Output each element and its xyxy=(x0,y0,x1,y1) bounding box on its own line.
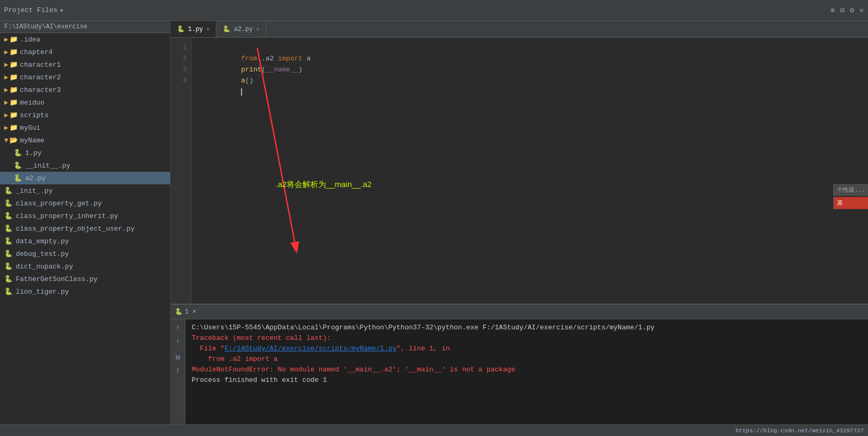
terminal-tab-bar: 🐍 1 × xyxy=(171,305,868,319)
tree-label-1py: 1.py xyxy=(25,149,41,157)
tree-icon-debug_test: 🐍 xyxy=(4,250,14,258)
tree-label-initpy: __init__.py xyxy=(25,162,70,170)
tab-1py-label: 1.py xyxy=(188,26,203,33)
tree-item-dict_nupack[interactable]: 🐍dict_nupack.py xyxy=(0,260,170,273)
tree-item-class_prop_get[interactable]: 🐍class_property_get.py xyxy=(0,197,170,210)
tree-item-character1[interactable]: ▶📁character1 xyxy=(0,58,170,71)
tab-a2py-label: a2.py xyxy=(234,26,253,33)
tab-bar: 🐍 1.py ✕ 🐍 a2.py ✕ xyxy=(171,21,868,38)
close-icon[interactable]: ✕ xyxy=(860,6,864,15)
locate-icon[interactable]: ⊕ xyxy=(830,6,834,15)
terminal-clear-icon[interactable]: ⊟ xyxy=(175,353,180,362)
tree-icon-class_prop_obj: 🐍 xyxy=(4,224,14,233)
tree-icon-1py: 🐍 xyxy=(14,149,23,157)
tree-label-FatherGetSon: FatherGetSonClass.py xyxy=(16,275,98,283)
side-float: 个性设... 英 xyxy=(833,184,868,209)
terminal-line-1: Traceback (most recent call last): xyxy=(192,333,862,344)
tree-item-debug_test[interactable]: 🐍debug_test.py xyxy=(0,247,170,260)
code-line-1: from .a2 import a xyxy=(200,42,868,53)
tree-item-idea[interactable]: ▶📁.idea xyxy=(0,33,170,46)
tree-item-myName[interactable]: ▼📂myName xyxy=(0,134,170,147)
tree-icon-character1: ▶📁 xyxy=(4,60,18,69)
top-bar: Project Files ▾ ⊕ ⊟ ⚙ ✕ xyxy=(0,0,868,21)
sidebar: F:\1AStudy\AI\exercise ▶📁.idea▶📁chapter4… xyxy=(0,21,171,424)
tree-icon-scripts: ▶📁 xyxy=(4,111,18,119)
status-url: https://blog.csdn.net/weixin_43297727 xyxy=(736,428,864,434)
tree-item-class_prop_obj[interactable]: 🐍class_property_object_user.py xyxy=(0,222,170,235)
tree-icon-character3: ▶📁 xyxy=(4,86,18,94)
tree-item-FatherGetSon[interactable]: 🐍FatherGetSonClass.py xyxy=(0,273,170,285)
tab-a2py[interactable]: 🐍 a2.py ✕ xyxy=(216,21,266,37)
line-numbers: 1 2 3 4 xyxy=(171,38,192,304)
side-float-btn1[interactable]: 个性设... xyxy=(833,184,868,196)
tree-label-chapter4: chapter4 xyxy=(20,48,53,56)
terminal-down-icon[interactable]: ↓ xyxy=(175,336,180,345)
tree-icon-initpy: 🐍 xyxy=(14,161,23,170)
terminal-up-icon[interactable]: ↑ xyxy=(175,324,180,332)
tree-label-myName: myName xyxy=(20,137,45,144)
tree-item-chapter4[interactable]: ▶📁chapter4 xyxy=(0,46,170,58)
terminal-side-btns: ↑ ↓ ⊟ ↕ xyxy=(171,319,185,424)
tree-item-character2[interactable]: ▶📁character2 xyxy=(0,71,170,84)
tree-icon-FatherGetSon: 🐍 xyxy=(4,275,14,283)
tree-label-myGui: myGui xyxy=(20,124,40,132)
tree-item-meiduo[interactable]: ▶📁meiduo xyxy=(0,96,170,109)
tree-item-class_prop_inh[interactable]: 🐍class_property_inherit.py xyxy=(0,210,170,222)
tab-1py[interactable]: 🐍 1.py ✕ xyxy=(171,21,216,37)
tree-icon-class_prop_get: 🐍 xyxy=(4,199,14,207)
tree-item-myGui[interactable]: ▶📁myGui xyxy=(0,121,170,134)
project-files-text: Project Files xyxy=(4,6,57,14)
tree-item-character3[interactable]: ▶📁character3 xyxy=(0,84,170,96)
terminal-line-0: C:\Users\15P-5545\AppData\Local\Programs… xyxy=(192,323,862,333)
terminal-line-6: Process finished with exit code 1 xyxy=(192,375,862,386)
editor-area: 🐍 1.py ✕ 🐍 a2.py ✕ 1 2 3 4 from .a2 impo… xyxy=(171,21,868,424)
tree-label-character2: character2 xyxy=(20,74,61,81)
tree-label-dict_nupack: dict_nupack.py xyxy=(16,263,73,271)
tree-label-data_empty: data_empty.py xyxy=(16,237,69,245)
terminal-line-2: File "F:/1AStudy/AI/exercise/scripts/myN… xyxy=(192,344,862,354)
terminal-line-4: ModuleNotFoundError: No module named '__… xyxy=(192,365,862,375)
tree-icon-a2py: 🐍 xyxy=(14,174,23,182)
terminal-scroll-icon[interactable]: ↕ xyxy=(175,366,180,375)
tree-label-character1: character1 xyxy=(20,61,61,69)
tree-item-initpy[interactable]: 🐍__init__.py xyxy=(0,159,170,172)
terminal-tab-label: 1 × xyxy=(185,308,196,316)
file-tree: ▶📁.idea▶📁chapter4▶📁character1▶📁character… xyxy=(0,33,170,298)
tab-1py-close[interactable]: ✕ xyxy=(206,26,210,33)
collapse-icon[interactable]: ⊟ xyxy=(840,6,844,15)
tree-icon-idea: ▶📁 xyxy=(4,35,18,44)
tree-label-a2py: a2.py xyxy=(25,174,46,182)
terminal-content[interactable]: C:\Users\15P-5545\AppData\Local\Programs… xyxy=(185,319,868,424)
tree-icon-init2py: 🐍 xyxy=(4,186,14,195)
top-bar-icons: ⊕ ⊟ ⚙ ✕ xyxy=(830,6,864,15)
tree-icon-meiduo: ▶📁 xyxy=(4,98,18,107)
tree-item-1py[interactable]: 🐍1.py xyxy=(0,147,170,159)
terminal-line-3: from .a2 import a xyxy=(192,354,862,365)
tree-label-debug_test: debug_test.py xyxy=(16,250,69,258)
tree-label-meiduo: meiduo xyxy=(20,99,45,107)
tree-icon-data_empty: 🐍 xyxy=(4,237,14,245)
tab-a2-icon: 🐍 xyxy=(223,25,231,33)
tree-item-scripts[interactable]: ▶📁scripts xyxy=(0,109,170,121)
tree-item-data_empty[interactable]: 🐍data_empty.py xyxy=(0,235,170,247)
code-content[interactable]: from .a2 import a print(__name__) a() xyxy=(192,38,868,304)
settings-icon[interactable]: ⚙ xyxy=(850,6,854,15)
tree-label-lion_tiger: lion_tiger.py xyxy=(16,288,69,296)
tree-icon-chapter4: ▶📁 xyxy=(4,48,18,56)
tree-icon-lion_tiger: 🐍 xyxy=(4,287,14,296)
tree-label-idea: .idea xyxy=(20,36,40,44)
terminal-file-link[interactable]: F:/1AStudy/AI/exercise/scripts/myName/1.… xyxy=(224,345,396,352)
status-bar: https://blog.csdn.net/weixin_43297727 xyxy=(0,424,868,436)
tree-item-a2py[interactable]: 🐍a2.py xyxy=(0,172,170,184)
project-files-label: Project Files ▾ xyxy=(4,6,64,15)
code-editor[interactable]: 1 2 3 4 from .a2 import a print(__name__… xyxy=(171,38,868,304)
side-float-btn2[interactable]: 英 xyxy=(833,197,868,209)
tree-icon-class_prop_inh: 🐍 xyxy=(4,212,14,220)
tab-a2py-close[interactable]: ✕ xyxy=(256,26,259,33)
tree-item-init2py[interactable]: 🐍_init_.py xyxy=(0,184,170,197)
tree-label-class_prop_get: class_property_get.py xyxy=(16,200,102,207)
tree-item-lion_tiger[interactable]: 🐍lion_tiger.py xyxy=(0,285,170,298)
tree-icon-character2: ▶📁 xyxy=(4,73,18,81)
terminal-tab-1[interactable]: 🐍 1 × xyxy=(175,308,196,316)
dropdown-arrow[interactable]: ▾ xyxy=(59,6,64,15)
